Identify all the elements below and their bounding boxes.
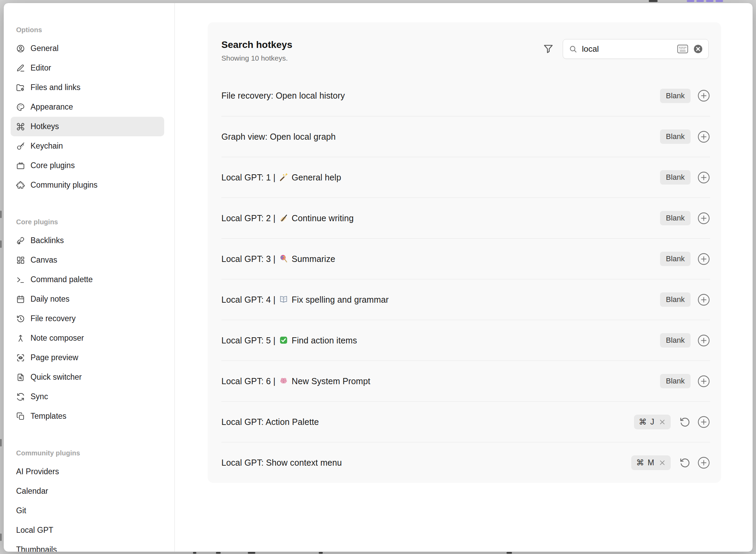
sidebar-item-label: Command palette bbox=[31, 275, 93, 284]
add-hotkey-icon[interactable] bbox=[697, 212, 710, 225]
hotkey-row: Local GPT: 4 | Fix spelling and grammarB… bbox=[221, 279, 710, 320]
sidebar-item-label: Thumbnails bbox=[16, 545, 57, 552]
sidebar-item-label: Hotkeys bbox=[31, 122, 59, 131]
sidebar-item-templates[interactable]: Templates bbox=[11, 406, 164, 426]
hotkey-controls: Blank bbox=[660, 252, 710, 266]
sidebar-item-quick-switcher[interactable]: Quick switcher bbox=[11, 367, 164, 387]
copy-icon bbox=[16, 412, 25, 421]
blank-binding-badge: Blank bbox=[660, 374, 691, 388]
background-app-fragment bbox=[696, 0, 704, 2]
layout-dashboard-icon bbox=[16, 256, 25, 265]
sidebar-item-label: Canvas bbox=[31, 255, 57, 265]
settings-content: Search hotkeys Showing 10 hotkeys. bbox=[174, 3, 753, 552]
add-hotkey-icon[interactable] bbox=[697, 416, 710, 428]
sidebar-item-note-composer[interactable]: Note composer bbox=[11, 328, 164, 348]
remove-hotkey-icon[interactable] bbox=[659, 459, 666, 466]
backlink-icon bbox=[16, 236, 25, 245]
sidebar-item-thumbnails[interactable]: Thumbnails bbox=[11, 540, 164, 552]
results-count: Showing 10 hotkeys. bbox=[221, 54, 292, 63]
sidebar-item-calendar[interactable]: Calendar bbox=[11, 481, 164, 501]
add-hotkey-icon[interactable] bbox=[697, 171, 710, 184]
sidebar-item-backlinks[interactable]: Backlinks bbox=[11, 231, 164, 250]
add-hotkey-icon[interactable] bbox=[697, 89, 710, 102]
sidebar-item-label: File recovery bbox=[31, 314, 76, 323]
add-hotkey-icon[interactable] bbox=[697, 253, 710, 265]
sidebar-item-files-and-links[interactable]: Files and links bbox=[11, 78, 164, 97]
page-title: Search hotkeys bbox=[221, 39, 292, 51]
sidebar-item-label: Calendar bbox=[16, 487, 48, 496]
sidebar-item-sync[interactable]: Sync bbox=[11, 387, 164, 406]
sidebar-item-keychain[interactable]: Keychain bbox=[11, 136, 164, 156]
sidebar-item-page-preview[interactable]: Page preview bbox=[11, 348, 164, 367]
sidebar-item-canvas[interactable]: Canvas bbox=[11, 250, 164, 270]
sidebar-section-heading-community-plugins: Community plugins bbox=[11, 448, 164, 458]
sidebar-item-community-plugins[interactable]: Community plugins bbox=[11, 175, 164, 195]
sidebar-item-git[interactable]: Git bbox=[11, 501, 164, 520]
add-hotkey-icon[interactable] bbox=[697, 456, 710, 469]
hotkey-command-name: Local GPT: Show context menu bbox=[221, 458, 342, 468]
open-book-emoji-icon bbox=[279, 295, 288, 304]
background-app-fragment bbox=[0, 240, 2, 248]
toy-brick-icon bbox=[16, 161, 25, 170]
command-icon bbox=[16, 122, 25, 131]
sidebar-item-appearance[interactable]: Appearance bbox=[11, 97, 164, 117]
background-app-fragment bbox=[649, 0, 658, 2]
restore-default-icon[interactable] bbox=[679, 457, 691, 468]
sidebar-item-label: Git bbox=[16, 506, 26, 515]
hotkey-command-name: Local GPT: 3 | Summarize bbox=[221, 254, 335, 264]
clear-search-icon[interactable] bbox=[693, 44, 703, 54]
sidebar-section-heading-core-plugins: Core plugins bbox=[11, 217, 164, 227]
sidebar-item-ai-providers[interactable]: AI Providers bbox=[11, 462, 164, 481]
sidebar-item-label: AI Providers bbox=[16, 467, 59, 476]
add-hotkey-icon[interactable] bbox=[697, 293, 710, 306]
background-app-fragment bbox=[687, 0, 694, 2]
search-box bbox=[563, 39, 709, 59]
sidebar-item-file-recovery[interactable]: File recovery bbox=[11, 309, 164, 328]
sidebar-item-label: Backlinks bbox=[31, 236, 64, 245]
hotkey-command-name: File recovery: Open local history bbox=[221, 91, 345, 101]
calendar-icon bbox=[16, 295, 25, 304]
sidebar-item-local-gpt[interactable]: Local GPT bbox=[11, 520, 164, 540]
hotkeys-list: File recovery: Open local historyBlankGr… bbox=[208, 75, 721, 483]
add-hotkey-icon[interactable] bbox=[697, 334, 710, 347]
sidebar-item-hotkeys[interactable]: Hotkeys bbox=[11, 117, 164, 136]
hotkey-keys: ⌘ M bbox=[636, 458, 655, 467]
sidebar-item-label: Local GPT bbox=[16, 526, 53, 535]
sidebar-item-general[interactable]: General bbox=[11, 39, 164, 58]
hotkey-row: Local GPT: Action Palette⌘ J bbox=[221, 401, 710, 442]
sidebar-item-label: Community plugins bbox=[31, 180, 98, 190]
sidebar-item-core-plugins[interactable]: Core plugins bbox=[11, 156, 164, 175]
sidebar-item-editor[interactable]: Editor bbox=[11, 58, 164, 78]
hotkey-row: File recovery: Open local historyBlank bbox=[221, 75, 710, 116]
writing-hand-emoji-icon bbox=[279, 213, 288, 223]
blank-binding-badge: Blank bbox=[660, 170, 691, 185]
puzzle-icon bbox=[16, 181, 25, 190]
sidebar-item-label: Core plugins bbox=[31, 161, 75, 170]
hotkey-keys: ⌘ J bbox=[639, 417, 655, 427]
refresh-icon bbox=[16, 392, 25, 401]
remove-hotkey-icon[interactable] bbox=[659, 418, 666, 426]
background-app-fragment bbox=[507, 552, 512, 554]
hotkey-command-name: Local GPT: Action Palette bbox=[221, 417, 319, 427]
hotkeys-header: Search hotkeys Showing 10 hotkeys. bbox=[208, 22, 721, 75]
sidebar-item-daily-notes[interactable]: Daily notes bbox=[11, 289, 164, 309]
hotkey-row: Local GPT: 5 | Find action itemsBlank bbox=[221, 320, 710, 361]
restore-default-icon[interactable] bbox=[679, 416, 691, 428]
file-search-icon bbox=[16, 373, 25, 382]
hotkey-chip: ⌘ J bbox=[634, 415, 671, 429]
check-mark-emoji-icon bbox=[279, 336, 288, 345]
blank-binding-badge: Blank bbox=[660, 333, 691, 348]
search-controls bbox=[542, 39, 709, 59]
add-hotkey-icon[interactable] bbox=[697, 130, 710, 143]
folder-cog-icon bbox=[16, 83, 25, 92]
hotkey-command-name: Graph view: Open local graph bbox=[221, 132, 336, 142]
scan-eye-icon bbox=[16, 353, 25, 362]
sidebar-item-command-palette[interactable]: Command palette bbox=[11, 270, 164, 289]
search-input[interactable] bbox=[582, 44, 677, 54]
sidebar-item-label: Page preview bbox=[31, 353, 78, 362]
hotkey-row: Local GPT: Show context menu⌘ M bbox=[221, 442, 710, 483]
add-hotkey-icon[interactable] bbox=[697, 375, 710, 388]
filter-icon[interactable] bbox=[542, 43, 554, 55]
hotkey-controls: Blank bbox=[660, 211, 710, 225]
keyboard-icon[interactable] bbox=[677, 44, 688, 54]
